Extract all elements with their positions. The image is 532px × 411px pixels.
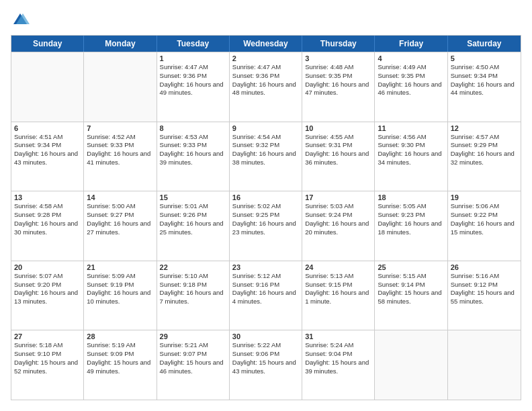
header-day: Monday: [84, 36, 157, 52]
header: [11, 11, 521, 30]
sunset-line: Sunset: 9:23 PM: [378, 211, 444, 220]
sunrise-line: Sunrise: 5:15 AM: [378, 272, 444, 281]
sunset-line: Sunset: 9:35 PM: [305, 72, 371, 81]
sunset-line: Sunset: 9:04 PM: [305, 350, 371, 359]
header-day: Wednesday: [230, 36, 302, 52]
calendar-cell: [84, 52, 157, 122]
daylight-line: Daylight: 16 hours and 10 minutes.: [87, 289, 153, 306]
daylight-line: Daylight: 16 hours and 47 minutes.: [305, 81, 371, 98]
header-day: Tuesday: [157, 36, 230, 52]
sunrise-line: Sunrise: 4:49 AM: [378, 63, 444, 72]
sunrise-line: Sunrise: 4:48 AM: [305, 63, 371, 72]
sunrise-line: Sunrise: 5:13 AM: [305, 272, 371, 281]
calendar-cell: 5Sunrise: 4:50 AMSunset: 9:34 PMDaylight…: [448, 52, 521, 122]
calendar-cell: [375, 330, 447, 400]
calendar-cell: 20Sunrise: 5:07 AMSunset: 9:20 PMDayligh…: [11, 261, 84, 330]
sunset-line: Sunset: 9:34 PM: [14, 141, 81, 150]
header-day: Thursday: [302, 36, 375, 52]
calendar-cell: 25Sunrise: 5:15 AMSunset: 9:14 PMDayligh…: [375, 261, 447, 330]
daylight-line: Daylight: 16 hours and 27 minutes.: [87, 220, 153, 237]
daylight-line: Daylight: 15 hours and 55 minutes.: [451, 289, 518, 306]
day-number: 2: [232, 54, 299, 62]
day-number: 12: [451, 124, 518, 132]
daylight-line: Daylight: 16 hours and 44 minutes.: [451, 81, 518, 98]
sunset-line: Sunset: 9:16 PM: [232, 281, 299, 289]
day-number: 25: [378, 263, 444, 271]
calendar-cell: 31Sunrise: 5:24 AMSunset: 9:04 PMDayligh…: [302, 330, 375, 400]
daylight-line: Daylight: 15 hours and 46 minutes.: [160, 359, 226, 376]
sunrise-line: Sunrise: 4:52 AM: [87, 133, 153, 142]
day-number: 16: [232, 193, 299, 201]
day-number: 13: [14, 193, 81, 201]
day-number: 10: [305, 124, 371, 132]
daylight-line: Daylight: 16 hours and 23 minutes.: [232, 220, 299, 237]
sunrise-line: Sunrise: 5:02 AM: [232, 202, 299, 211]
header-day: Friday: [375, 36, 447, 52]
sunset-line: Sunset: 9:26 PM: [160, 211, 226, 220]
daylight-line: Daylight: 16 hours and 20 minutes.: [305, 220, 371, 237]
daylight-line: Daylight: 16 hours and 36 minutes.: [305, 150, 371, 167]
day-number: 6: [14, 124, 81, 132]
calendar: SundayMondayTuesdayWednesdayThursdayFrid…: [11, 35, 521, 400]
calendar-cell: 3Sunrise: 4:48 AMSunset: 9:35 PMDaylight…: [302, 52, 375, 122]
day-number: 21: [87, 263, 153, 271]
calendar-row: 20Sunrise: 5:07 AMSunset: 9:20 PMDayligh…: [11, 261, 521, 330]
day-number: 26: [451, 263, 518, 271]
daylight-line: Daylight: 16 hours and 34 minutes.: [378, 150, 444, 167]
daylight-line: Daylight: 16 hours and 7 minutes.: [160, 289, 226, 306]
day-number: 24: [305, 263, 371, 271]
day-number: 27: [14, 332, 81, 340]
calendar-cell: 11Sunrise: 4:56 AMSunset: 9:30 PMDayligh…: [375, 122, 447, 191]
daylight-line: Daylight: 16 hours and 18 minutes.: [378, 220, 444, 237]
calendar-cell: [448, 330, 521, 400]
daylight-line: Daylight: 16 hours and 30 minutes.: [14, 220, 81, 237]
calendar-body: 1Sunrise: 4:47 AMSunset: 9:36 PMDaylight…: [11, 52, 521, 400]
sunrise-line: Sunrise: 5:06 AM: [451, 202, 518, 211]
calendar-cell: 15Sunrise: 5:01 AMSunset: 9:26 PMDayligh…: [157, 191, 230, 261]
daylight-line: Daylight: 15 hours and 49 minutes.: [87, 359, 153, 376]
sunrise-line: Sunrise: 4:58 AM: [14, 202, 81, 211]
calendar-cell: 17Sunrise: 5:03 AMSunset: 9:24 PMDayligh…: [302, 191, 375, 261]
calendar-cell: 7Sunrise: 4:52 AMSunset: 9:33 PMDaylight…: [84, 122, 157, 191]
calendar-cell: 24Sunrise: 5:13 AMSunset: 9:15 PMDayligh…: [302, 261, 375, 330]
day-number: 9: [232, 124, 299, 132]
page: SundayMondayTuesdayWednesdayThursdayFrid…: [0, 0, 532, 411]
sunrise-line: Sunrise: 4:56 AM: [378, 133, 444, 142]
day-number: 5: [451, 54, 518, 62]
daylight-line: Daylight: 15 hours and 43 minutes.: [232, 359, 299, 376]
day-number: 28: [87, 332, 153, 340]
calendar-cell: 19Sunrise: 5:06 AMSunset: 9:22 PMDayligh…: [448, 191, 521, 261]
day-number: 3: [305, 54, 371, 62]
daylight-line: Daylight: 16 hours and 49 minutes.: [160, 81, 226, 98]
sunrise-line: Sunrise: 4:51 AM: [14, 133, 81, 142]
sunset-line: Sunset: 9:36 PM: [160, 72, 226, 81]
sunrise-line: Sunrise: 5:16 AM: [451, 272, 518, 281]
day-number: 11: [378, 124, 444, 132]
header-day: Sunday: [11, 36, 84, 52]
sunrise-line: Sunrise: 4:47 AM: [232, 63, 299, 72]
daylight-line: Daylight: 16 hours and 4 minutes.: [232, 289, 299, 306]
daylight-line: Daylight: 16 hours and 48 minutes.: [232, 81, 299, 98]
sunrise-line: Sunrise: 5:01 AM: [160, 202, 226, 211]
calendar-row: 27Sunrise: 5:18 AMSunset: 9:10 PMDayligh…: [11, 330, 521, 400]
sunset-line: Sunset: 9:35 PM: [378, 72, 444, 81]
daylight-line: Daylight: 16 hours and 41 minutes.: [87, 150, 153, 167]
day-number: 15: [160, 193, 226, 201]
daylight-line: Daylight: 16 hours and 1 minute.: [305, 289, 371, 306]
day-number: 18: [378, 193, 444, 201]
sunrise-line: Sunrise: 5:22 AM: [232, 341, 299, 350]
calendar-cell: 29Sunrise: 5:21 AMSunset: 9:07 PMDayligh…: [157, 330, 230, 400]
sunrise-line: Sunrise: 5:10 AM: [160, 272, 226, 281]
daylight-line: Daylight: 16 hours and 38 minutes.: [232, 150, 299, 167]
day-number: 31: [305, 332, 371, 340]
sunset-line: Sunset: 9:07 PM: [160, 350, 226, 359]
calendar-cell: 22Sunrise: 5:10 AMSunset: 9:18 PMDayligh…: [157, 261, 230, 330]
day-number: 23: [232, 263, 299, 271]
sunset-line: Sunset: 9:12 PM: [451, 281, 518, 289]
daylight-line: Daylight: 16 hours and 13 minutes.: [14, 289, 81, 306]
daylight-line: Daylight: 16 hours and 32 minutes.: [451, 150, 518, 167]
sunset-line: Sunset: 9:31 PM: [305, 141, 371, 150]
day-number: 29: [160, 332, 226, 340]
sunrise-line: Sunrise: 5:21 AM: [160, 341, 226, 350]
header-day: Saturday: [448, 36, 521, 52]
